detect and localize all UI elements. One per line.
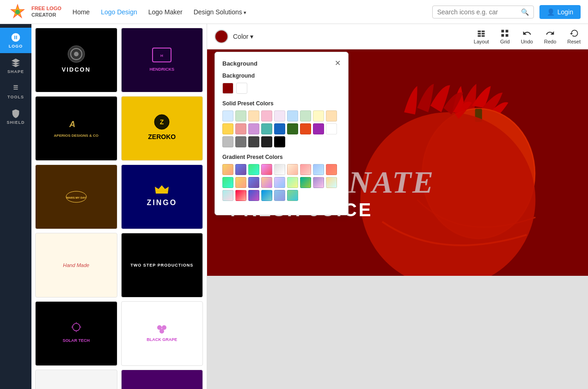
templates-panel: VIDCON H HENDRICKS A APERIOS DESIGNS & C…: [31, 24, 207, 389]
template-aperios[interactable]: A APERIOS DESIGNS & CO: [35, 96, 117, 161]
sidebar-item-tools[interactable]: TOOLS: [0, 79, 31, 104]
solid-swatch[interactable]: [261, 123, 272, 134]
solid-swatch[interactable]: [274, 123, 285, 134]
sidebar-shape-label: SHAPE: [7, 69, 24, 74]
svg-text:H: H: [160, 54, 163, 58]
gradient-swatch[interactable]: [222, 164, 233, 175]
toolbar-layout[interactable]: Layout: [474, 29, 489, 44]
solid-swatch[interactable]: [261, 136, 272, 147]
solid-swatch[interactable]: [222, 123, 233, 134]
nav-logo-maker[interactable]: Logo Maker: [148, 8, 183, 16]
main-layout: LOGO SHAPE TOOLS SHIELD: [0, 24, 588, 389]
gradient-swatch[interactable]: [287, 177, 298, 188]
gradient-swatch[interactable]: [261, 190, 272, 201]
gradient-swatch[interactable]: [274, 190, 285, 201]
solid-swatch[interactable]: [222, 136, 233, 147]
sidebar: LOGO SHAPE TOOLS SHIELD: [0, 24, 31, 389]
gradient-swatch[interactable]: [235, 177, 246, 188]
nav-home[interactable]: Home: [73, 8, 90, 16]
template-mars[interactable]: MARS MY DAY: [35, 164, 117, 229]
color-picker-popup: Background ✕ Background Solid Preset Col…: [214, 52, 349, 215]
gradient-swatch[interactable]: [235, 164, 246, 175]
color-circle[interactable]: [214, 30, 228, 43]
gradient-swatch[interactable]: [248, 190, 259, 201]
gradient-swatch[interactable]: [248, 177, 259, 188]
solid-swatch[interactable]: [248, 123, 259, 134]
gradient-swatch[interactable]: [326, 177, 337, 188]
gradient-swatch[interactable]: [300, 164, 311, 175]
nav-logo-design[interactable]: Logo Design: [101, 8, 137, 16]
logo-sidebar-icon: [11, 32, 21, 43]
vidcon-label: VIDCON: [36, 63, 117, 76]
sidebar-shield-label: SHIELD: [6, 120, 24, 125]
color-dropdown[interactable]: Color ▾: [233, 33, 253, 40]
template-greasegate[interactable]: G GREASE GARAGE AUTOMOTIVE.COM: [35, 370, 117, 389]
gradient-swatch[interactable]: [287, 190, 298, 201]
template-hendricks[interactable]: H HENDRICKS: [121, 28, 203, 92]
solid-swatch[interactable]: [300, 110, 311, 122]
template-phonegame[interactable]: PHONE GAME: [121, 370, 203, 389]
solid-swatch[interactable]: [248, 110, 259, 122]
svg-point-6: [74, 52, 79, 56]
background-section: Background: [222, 73, 341, 94]
sidebar-item-logo[interactable]: LOGO: [0, 28, 31, 53]
login-button[interactable]: 👤 Login: [539, 5, 581, 19]
sidebar-item-shield[interactable]: SHIELD: [0, 104, 31, 129]
gradient-swatch[interactable]: [261, 177, 272, 188]
nav-design-solutions[interactable]: Design Solutions: [194, 8, 246, 16]
gradient-swatch[interactable]: [222, 190, 233, 201]
solid-swatch[interactable]: [313, 123, 324, 134]
gradient-swatch[interactable]: [313, 177, 324, 188]
svg-marker-14: [155, 185, 169, 194]
solid-swatch[interactable]: [326, 110, 337, 122]
svg-text:Z: Z: [160, 118, 164, 126]
gradient-swatch[interactable]: [274, 164, 285, 175]
sidebar-item-shape[interactable]: SHAPE: [0, 53, 31, 79]
gradient-swatch[interactable]: [287, 164, 298, 175]
toolbar-redo[interactable]: Redo: [544, 29, 556, 44]
color-picker-close[interactable]: ✕: [335, 60, 341, 67]
solid-swatch[interactable]: [235, 136, 246, 147]
solid-swatch[interactable]: [235, 110, 246, 122]
bg-swatch-dark-red[interactable]: [222, 83, 233, 94]
site-logo[interactable]: FREE LOGO CREATOR: [7, 2, 61, 22]
toolbar-reset[interactable]: Reset: [567, 29, 581, 44]
gradient-swatch[interactable]: [300, 177, 311, 188]
handmade-label: Hand Made: [63, 262, 89, 268]
toolbar-undo[interactable]: Undo: [521, 29, 533, 44]
solid-swatch[interactable]: [287, 123, 298, 134]
template-twostep[interactable]: TWO STEP PRODUCTIONS: [121, 233, 203, 298]
template-zingo[interactable]: ZINGO: [121, 164, 203, 229]
gradient-swatch[interactable]: [222, 177, 233, 188]
gradient-swatch[interactable]: [274, 177, 285, 188]
template-vidcon[interactable]: VIDCON: [35, 28, 117, 92]
color-dropdown-arrow: ▾: [250, 33, 253, 40]
blackgrape-label: BLACK GRAPE: [122, 334, 203, 345]
gradient-swatch[interactable]: [261, 164, 272, 175]
solid-swatch[interactable]: [274, 110, 285, 122]
svg-text:A: A: [69, 120, 75, 129]
solid-swatch[interactable]: [313, 110, 324, 122]
vidcon-icon: [67, 45, 86, 63]
template-handmade[interactable]: Hand Made: [35, 233, 117, 298]
toolbar-grid[interactable]: Grid: [500, 29, 510, 44]
template-solartech[interactable]: SOLAR TECH: [35, 301, 117, 366]
gradient-swatch[interactable]: [248, 164, 259, 175]
solid-swatch[interactable]: [300, 123, 311, 134]
solid-swatch[interactable]: [274, 136, 285, 147]
gradient-swatch[interactable]: [313, 164, 324, 175]
template-zeroko[interactable]: Z ZEROKO: [121, 96, 203, 161]
gradient-swatch[interactable]: [235, 190, 246, 201]
search-bar[interactable]: 🔍: [432, 6, 534, 18]
solid-swatch[interactable]: [222, 110, 233, 122]
mars-icon: MARS MY DAY: [65, 190, 88, 204]
solid-swatch[interactable]: [287, 110, 298, 122]
solid-swatch[interactable]: [235, 123, 246, 134]
search-input[interactable]: [437, 8, 521, 16]
gradient-swatch[interactable]: [326, 164, 337, 175]
solid-swatch[interactable]: [261, 110, 272, 122]
bg-swatch-white[interactable]: [236, 83, 247, 94]
template-blackgrape[interactable]: BLACK GRAPE: [121, 301, 203, 366]
solid-swatch[interactable]: [248, 136, 259, 147]
solid-swatch[interactable]: [326, 123, 337, 134]
